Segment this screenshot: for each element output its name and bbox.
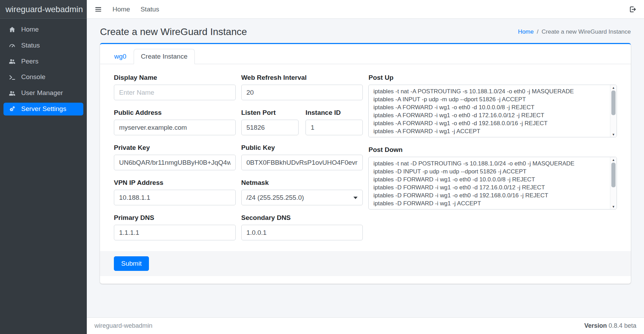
field-instance-id: Instance ID [306,109,363,135]
sidebar-item-label: User Manager [21,89,63,97]
primary-dns-label: Primary DNS [114,214,236,222]
version-value: 0.8.4 beta [609,322,636,329]
submit-button[interactable]: Submit [114,256,149,271]
scrollbar-track[interactable] [611,163,616,204]
post-up-textarea[interactable]: iptables -t nat -A POSTROUTING -s 10.188… [368,85,617,137]
gauge-icon [8,42,16,49]
public-address-label: Public Address [114,109,236,117]
app-root: wireguard-webadmin Home Status [0,0,644,334]
field-listen-port: Listen Port [241,109,299,135]
topbar: Home Status [87,0,644,19]
vpn-ip-input[interactable] [114,190,236,205]
version-label: Version [584,322,607,329]
post-down-label: Post Down [368,146,617,154]
instance-form: Display Name Public Address Private Key [100,64,631,284]
post-down-wrap: iptables -t nat -D POSTROUTING -s 10.188… [368,157,617,209]
listen-port-input[interactable] [241,120,299,135]
tab-bar: wg0 Create Instance [100,44,631,64]
sidebar-item-user-manager[interactable]: User Manager [3,87,83,100]
breadcrumb-home-link[interactable]: Home [518,28,534,35]
form-grid: Display Name Public Address Private Key [114,74,617,249]
form-column-1: Display Name Public Address Private Key [114,74,236,249]
post-down-textarea[interactable]: iptables -t nat -D POSTROUTING -s 10.188… [368,157,617,209]
breadcrumb: Home / Create a new WireGuard Instance [518,28,631,35]
content: wg0 Create Instance Display Name [87,43,644,284]
post-up-scrollbar: ▲ ▼ [610,85,617,137]
public-key-input[interactable] [241,155,363,170]
field-primary-dns: Primary DNS [114,214,236,240]
topbar-link-status[interactable]: Status [141,6,159,13]
primary-dns-input[interactable] [114,225,236,240]
public-address-input[interactable] [114,120,236,135]
users-icon [8,89,16,97]
sidebar-item-label: Console [21,73,45,81]
footer-brand: wireguard-webadmin [94,322,152,329]
sign-out-icon[interactable] [629,6,636,13]
netmask-label: Netmask [241,179,363,187]
content-header: Create a new WireGuard Instance Home / C… [87,19,644,43]
field-secondary-dns: Secondary DNS [241,214,363,240]
breadcrumb-separator: / [537,28,538,35]
cogs-icon [8,105,16,113]
topbar-link-home[interactable]: Home [112,6,130,13]
sidebar-item-status[interactable]: Status [3,39,83,52]
form-column-2: Web Refresh Interval Listen Port [241,74,363,249]
sidebar-nav: Home Status Peers [0,19,87,120]
scrollbar-thumb[interactable] [611,163,616,187]
display-name-input[interactable] [114,85,236,100]
field-post-up: Post Up iptables -t nat -A POSTROUTING -… [368,74,617,137]
scroll-up-icon[interactable]: ▲ [610,157,617,162]
sidebar-item-server-settings[interactable]: Server Settings [3,103,83,115]
display-name-label: Display Name [114,74,236,82]
field-post-down: Post Down iptables -t nat -D POSTROUTING… [368,146,617,209]
instance-card: wg0 Create Instance Display Name [100,43,631,284]
version-text: Version 0.8.4 beta [584,322,636,329]
sidebar-item-console[interactable]: Console [3,71,83,84]
main-column: Home Status Create a new WireGuard Insta… [87,0,644,334]
field-private-key: Private Key [114,144,236,170]
submit-strip: Submit [100,251,631,276]
sidebar-item-label: Home [21,26,39,34]
sidebar-item-label: Status [21,42,40,50]
listen-port-label: Listen Port [241,109,299,117]
content-wrapper: Create a new WireGuard Instance Home / C… [87,19,644,317]
main-footer: wireguard-webadmin Version 0.8.4 beta [87,317,644,334]
netmask-select-wrap: /24 (255.255.255.0) [241,190,363,205]
public-key-label: Public Key [241,144,363,152]
page-title: Create a new WireGuard Instance [100,26,247,37]
field-vpn-ip: VPN IP Address [114,179,236,205]
post-down-scrollbar: ▲ ▼ [610,157,617,209]
sidebar: wireguard-webadmin Home Status [0,0,87,334]
secondary-dns-input[interactable] [241,225,363,240]
netmask-select[interactable]: /24 (255.255.255.0) [241,190,363,205]
sidebar-item-label: Server Settings [21,105,66,113]
scroll-down-icon[interactable]: ▼ [610,204,617,209]
instance-id-input[interactable] [306,120,363,135]
home-icon [8,26,16,33]
field-display-name: Display Name [114,74,236,100]
card-bottom-pad [114,276,617,284]
field-public-key: Public Key [241,144,363,170]
sidebar-item-home[interactable]: Home [3,23,83,36]
web-refresh-input[interactable] [241,85,363,100]
form-column-3: Post Up iptables -t nat -A POSTROUTING -… [368,74,617,249]
scroll-down-icon[interactable]: ▼ [610,132,617,137]
field-port-and-id: Listen Port Instance ID [241,109,363,135]
scroll-up-icon[interactable]: ▲ [610,85,617,90]
brand-link[interactable]: wireguard-webadmin [0,0,87,19]
secondary-dns-label: Secondary DNS [241,214,363,222]
sidebar-item-peers[interactable]: Peers [3,55,83,68]
tab-wg0[interactable]: wg0 [107,49,134,64]
vpn-ip-label: VPN IP Address [114,179,236,187]
scrollbar-track[interactable] [611,91,616,131]
field-public-address: Public Address [114,109,236,135]
private-key-input[interactable] [114,155,236,170]
menu-icon[interactable] [94,6,102,13]
scrollbar-thumb[interactable] [611,91,616,115]
breadcrumb-current: Create a new WireGuard Instance [542,28,631,35]
field-web-refresh-interval: Web Refresh Interval [241,74,363,100]
instance-id-label: Instance ID [306,109,363,117]
tab-create-instance[interactable]: Create Instance [134,49,195,64]
web-refresh-label: Web Refresh Interval [241,74,363,82]
private-key-label: Private Key [114,144,236,152]
